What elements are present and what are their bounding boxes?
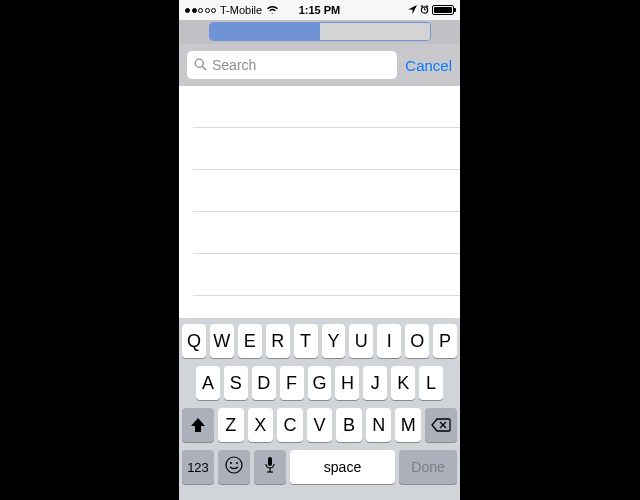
key-j[interactable]: J (363, 366, 387, 400)
key-e[interactable]: E (238, 324, 262, 358)
key-shift[interactable] (182, 408, 214, 442)
key-o[interactable]: O (405, 324, 429, 358)
key-n[interactable]: N (366, 408, 392, 442)
key-space[interactable]: space (290, 450, 395, 484)
wifi-icon (266, 4, 279, 16)
battery-icon (432, 5, 454, 15)
key-w[interactable]: W (210, 324, 234, 358)
key-g[interactable]: G (308, 366, 332, 400)
key-k[interactable]: K (391, 366, 415, 400)
keyboard-row-1: Q W E R T Y U I O P (182, 324, 457, 358)
status-right (408, 4, 454, 16)
cancel-button[interactable]: Cancel (405, 57, 452, 74)
keyboard: Q W E R T Y U I O P A S D F G H J K L (179, 318, 460, 500)
key-t[interactable]: T (294, 324, 318, 358)
nav-header-dimmed (179, 20, 460, 44)
keyboard-row-3: Z X C V B N M (182, 408, 457, 442)
key-m[interactable]: M (395, 408, 421, 442)
location-icon (408, 4, 417, 16)
list-row (179, 128, 460, 169)
search-field[interactable] (187, 51, 397, 79)
svg-point-4 (230, 462, 232, 464)
key-x[interactable]: X (248, 408, 274, 442)
search-icon (194, 58, 207, 73)
list-row (179, 86, 460, 127)
clock-label: 1:15 PM (299, 4, 341, 16)
keyboard-row-4: 123 space Done (182, 450, 457, 484)
svg-point-3 (226, 457, 242, 473)
key-emoji[interactable] (218, 450, 250, 484)
key-i[interactable]: I (377, 324, 401, 358)
signal-dots (185, 8, 216, 13)
key-l[interactable]: L (419, 366, 443, 400)
phone-screen: T-Mobile 1:15 PM (179, 0, 460, 500)
key-c[interactable]: C (277, 408, 303, 442)
svg-point-1 (195, 59, 203, 67)
list-row (179, 212, 460, 253)
key-b[interactable]: B (336, 408, 362, 442)
results-list (179, 86, 460, 318)
key-s[interactable]: S (224, 366, 248, 400)
key-y[interactable]: Y (322, 324, 346, 358)
status-left: T-Mobile (185, 4, 279, 16)
list-row (179, 254, 460, 295)
key-a[interactable]: A (196, 366, 220, 400)
list-row (179, 170, 460, 211)
key-d[interactable]: D (252, 366, 276, 400)
key-v[interactable]: V (307, 408, 333, 442)
backspace-icon (431, 418, 451, 432)
svg-line-2 (202, 66, 206, 70)
key-h[interactable]: H (335, 366, 359, 400)
status-bar: T-Mobile 1:15 PM (179, 0, 460, 20)
key-dictation[interactable] (254, 450, 286, 484)
carrier-label: T-Mobile (220, 4, 262, 16)
key-p[interactable]: P (433, 324, 457, 358)
key-backspace[interactable] (425, 408, 457, 442)
key-q[interactable]: Q (182, 324, 206, 358)
key-u[interactable]: U (349, 324, 373, 358)
svg-rect-6 (268, 457, 272, 466)
alarm-icon (420, 4, 429, 16)
microphone-icon (264, 456, 276, 479)
key-numbers[interactable]: 123 (182, 450, 214, 484)
key-f[interactable]: F (280, 366, 304, 400)
search-bar: Cancel (179, 44, 460, 86)
key-done[interactable]: Done (399, 450, 457, 484)
emoji-icon (224, 455, 244, 480)
key-r[interactable]: R (266, 324, 290, 358)
shift-icon (189, 417, 207, 433)
dim-overlay (179, 20, 460, 44)
svg-point-5 (236, 462, 238, 464)
key-z[interactable]: Z (218, 408, 244, 442)
keyboard-row-2: A S D F G H J K L (182, 366, 457, 400)
search-input[interactable] (212, 57, 390, 73)
